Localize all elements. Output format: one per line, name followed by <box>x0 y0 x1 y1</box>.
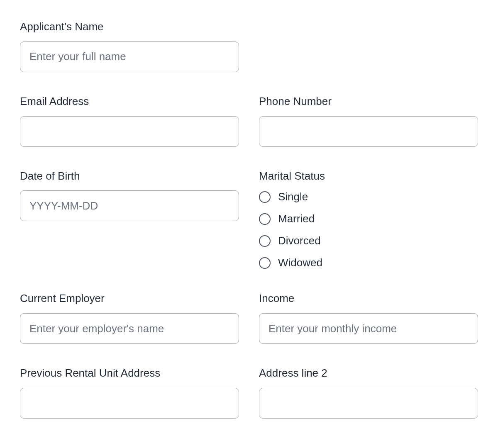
label-phone: Phone Number <box>259 95 478 109</box>
application-form: Applicant's Name Email Address Phone Num… <box>20 20 478 419</box>
input-address-line-2[interactable] <box>259 388 478 419</box>
radio-label-widowed: Widowed <box>278 256 322 269</box>
row-address: Previous Rental Unit Address Address lin… <box>20 366 478 419</box>
field-group-address-line-2: Address line 2 <box>259 366 478 419</box>
field-group-income: Income <box>259 292 478 344</box>
input-employer[interactable] <box>20 313 239 344</box>
radio-item-divorced[interactable]: Divorced <box>259 234 478 247</box>
radio-label-divorced: Divorced <box>278 234 321 247</box>
label-email: Email Address <box>20 95 239 109</box>
field-group-prev-address: Previous Rental Unit Address <box>20 366 239 419</box>
radio-item-widowed[interactable]: Widowed <box>259 256 478 269</box>
radio-group-marital-status: Single Married Divorced Widowed <box>259 190 478 269</box>
field-group-marital-status: Marital Status Single Married Divorced W… <box>259 169 478 270</box>
input-income[interactable] <box>259 313 478 344</box>
radio-circle-icon <box>259 257 271 269</box>
input-phone[interactable] <box>259 116 478 147</box>
field-group-email: Email Address <box>20 95 239 147</box>
label-employer: Current Employer <box>20 292 239 306</box>
row-personal: Date of Birth Marital Status Single Marr… <box>20 169 478 270</box>
field-group-phone: Phone Number <box>259 95 478 147</box>
input-email[interactable] <box>20 116 239 147</box>
radio-label-married: Married <box>278 212 315 225</box>
radio-label-single: Single <box>278 190 308 203</box>
label-name: Applicant's Name <box>20 20 239 34</box>
input-dob[interactable] <box>20 190 239 221</box>
row-name: Applicant's Name <box>20 20 478 72</box>
label-marital-status: Marital Status <box>259 169 478 183</box>
input-prev-address[interactable] <box>20 388 239 419</box>
field-group-dob: Date of Birth <box>20 169 239 222</box>
label-income: Income <box>259 292 478 306</box>
input-name[interactable] <box>20 41 239 72</box>
radio-circle-icon <box>259 235 271 247</box>
radio-item-married[interactable]: Married <box>259 212 478 225</box>
row-contact: Email Address Phone Number <box>20 95 478 147</box>
label-prev-address: Previous Rental Unit Address <box>20 366 239 380</box>
field-group-employer: Current Employer <box>20 292 239 344</box>
radio-circle-icon <box>259 191 271 203</box>
radio-item-single[interactable]: Single <box>259 190 478 203</box>
field-group-name: Applicant's Name <box>20 20 239 72</box>
radio-circle-icon <box>259 213 271 225</box>
label-address-line-2: Address line 2 <box>259 366 478 380</box>
label-dob: Date of Birth <box>20 169 239 183</box>
row-employment: Current Employer Income <box>20 292 478 344</box>
